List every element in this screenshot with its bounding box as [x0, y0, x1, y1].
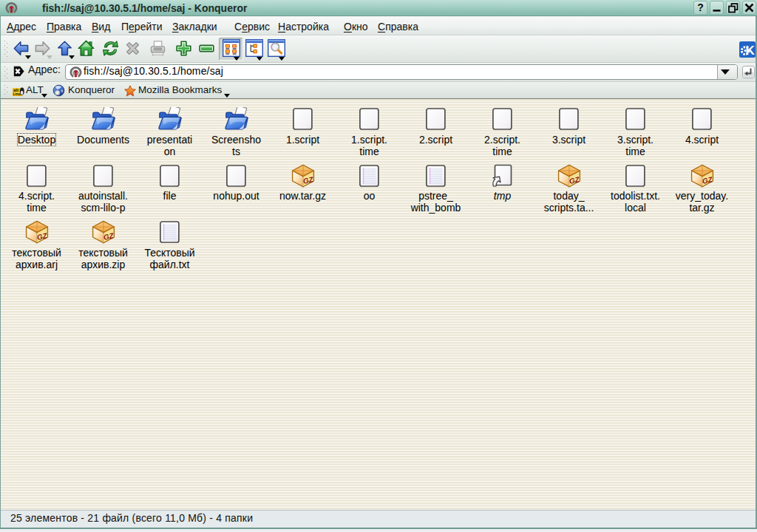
- svg-text:K: K: [745, 44, 755, 58]
- svg-text:alt: alt: [13, 88, 18, 92]
- svg-text:?: ?: [697, 1, 704, 13]
